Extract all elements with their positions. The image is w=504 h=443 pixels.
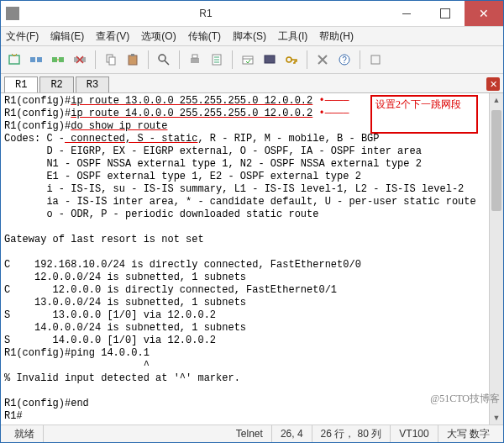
menu-edit[interactable]: 编辑(E) [50, 29, 84, 44]
svg-point-17 [286, 57, 291, 62]
options-icon[interactable] [239, 51, 256, 68]
paste-icon[interactable] [124, 51, 141, 68]
help-icon[interactable]: ? [336, 51, 353, 68]
menu-transfer[interactable]: 传输(T) [188, 29, 221, 44]
print-icon[interactable] [186, 51, 203, 68]
toolbar: ? [1, 46, 503, 74]
svg-rect-4 [59, 57, 64, 62]
svg-rect-1 [30, 57, 35, 62]
status-bar: 就绪 Telnet 26, 4 26 行， 80 列 VT100 大写 数字 [1, 425, 503, 442]
svg-rect-20 [371, 55, 380, 64]
find-icon[interactable] [155, 51, 172, 68]
scroll-up-icon[interactable]: ▲ [490, 93, 503, 107]
menu-tools[interactable]: 工具(I) [278, 29, 307, 44]
status-cursor-pos: 26, 4 [272, 425, 312, 442]
toggle-icon[interactable] [367, 51, 384, 68]
title-bar: R1 ✕ [1, 1, 503, 27]
menu-options[interactable]: 选项(O) [141, 29, 176, 44]
menu-script[interactable]: 脚本(S) [233, 29, 266, 44]
app-icon [6, 7, 19, 20]
scroll-down-icon[interactable]: ▼ [490, 411, 503, 425]
terminal-output[interactable]: R1(config)#ip route 13.0.0.0 255.255.255… [1, 93, 490, 425]
screen-icon[interactable] [261, 51, 278, 68]
reconnect-icon[interactable] [50, 51, 66, 68]
vertical-scrollbar[interactable]: ▲ ▼ [489, 93, 503, 425]
status-size: 26 行， 80 列 [312, 425, 391, 442]
menu-view[interactable]: 查看(V) [96, 29, 129, 44]
xmodem-icon[interactable] [314, 51, 331, 68]
scroll-thumb[interactable] [491, 110, 501, 211]
svg-rect-13 [192, 55, 197, 58]
minimize-button[interactable] [387, 1, 426, 26]
svg-rect-16 [265, 55, 275, 63]
svg-rect-8 [109, 57, 115, 65]
disconnect-icon[interactable] [71, 51, 88, 68]
tab-r2[interactable]: R2 [39, 76, 73, 92]
separator [360, 50, 360, 69]
connect-icon[interactable] [28, 51, 45, 68]
tab-strip: R1 R2 R3 ✕ [1, 74, 503, 93]
window-title: R1 [24, 8, 387, 19]
menu-bar: 文件(F) 编辑(E) 查看(V) 选项(O) 传输(T) 脚本(S) 工具(I… [1, 27, 503, 46]
separator [179, 50, 180, 69]
key-icon[interactable] [283, 51, 300, 68]
separator [307, 50, 307, 69]
svg-rect-3 [52, 57, 57, 62]
status-ready: 就绪 [6, 425, 44, 442]
svg-rect-9 [129, 55, 137, 65]
svg-rect-12 [191, 58, 199, 63]
copy-icon[interactable] [102, 51, 119, 68]
close-button[interactable]: ✕ [465, 1, 503, 26]
svg-rect-10 [131, 54, 134, 56]
tab-r1[interactable]: R1 [4, 76, 38, 92]
svg-rect-2 [37, 57, 42, 62]
status-term-type: VT100 [391, 425, 438, 442]
tab-r3[interactable]: R3 [76, 76, 109, 92]
separator [95, 50, 96, 69]
svg-point-11 [159, 55, 165, 61]
status-caps: 大写 数字 [438, 425, 498, 442]
properties-icon[interactable] [208, 51, 225, 68]
separator [232, 50, 233, 69]
new-session-icon[interactable] [6, 51, 23, 68]
tab-close-icon[interactable]: ✕ [486, 77, 500, 91]
maximize-button[interactable] [426, 1, 465, 26]
status-connection: Telnet [228, 425, 272, 442]
menu-file[interactable]: 文件(F) [6, 29, 39, 44]
annotation-callout: 设置2个下一跳网段 [370, 95, 478, 134]
separator [148, 50, 149, 69]
svg-text:?: ? [342, 55, 347, 65]
menu-help[interactable]: 帮助(H) [319, 29, 354, 44]
